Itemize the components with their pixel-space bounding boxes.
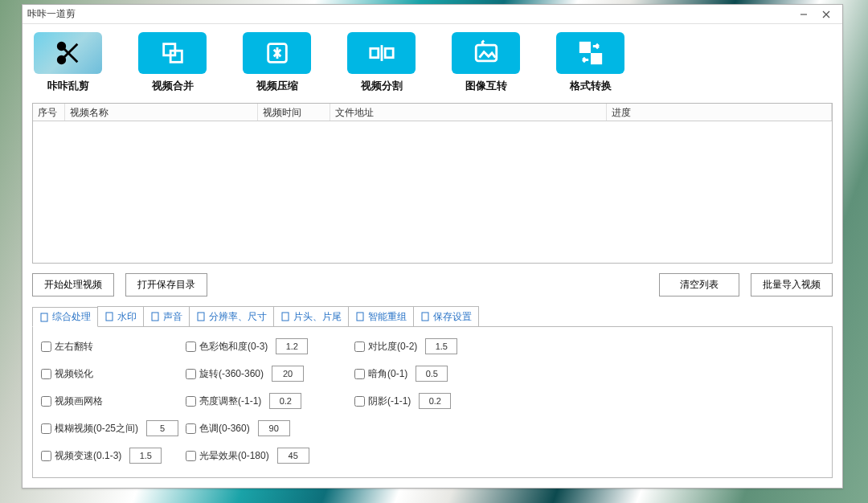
checkbox[interactable] — [186, 423, 196, 434]
doc-icon — [420, 312, 430, 321]
split-icon — [347, 32, 416, 74]
tool-random-cut[interactable]: 咔咔乱剪 — [34, 32, 102, 93]
svg-rect-22 — [282, 313, 289, 321]
svg-point-3 — [58, 43, 65, 50]
doc-icon — [196, 312, 206, 321]
tool-merge[interactable]: 视频合并 — [138, 32, 207, 93]
svg-rect-16 — [580, 43, 589, 51]
compress-icon — [243, 32, 311, 74]
value-input[interactable]: 90 — [258, 420, 290, 436]
tool-label: 图像互转 — [465, 79, 507, 93]
app-window: 咔咔一道剪 咔咔乱剪 视频合并 — [22, 4, 843, 489]
col-progress: 进度 — [607, 104, 832, 121]
opt-contrast[interactable]: 对比度(0-2) 1.5 — [354, 338, 499, 354]
doc-icon — [280, 312, 290, 321]
col-name: 视频名称 — [65, 104, 258, 121]
opt-sharpen[interactable]: 视频锐化 — [41, 366, 186, 382]
tab-save[interactable]: 保存设置 — [413, 306, 479, 326]
scissors-icon — [34, 32, 102, 74]
svg-rect-21 — [198, 313, 204, 321]
opt-hue[interactable]: 色调(0-360) 90 — [186, 420, 354, 436]
value-input[interactable]: 20 — [272, 366, 304, 382]
svg-rect-18 — [41, 313, 47, 321]
svg-point-4 — [58, 56, 65, 63]
format-convert-icon — [556, 32, 624, 74]
checkbox[interactable] — [41, 341, 51, 352]
table-header: 序号 视频名称 视频时间 文件地址 进度 — [33, 104, 832, 121]
tab-smart[interactable]: 智能重组 — [348, 306, 414, 326]
tab-general[interactable]: 综合处理 — [32, 307, 98, 327]
opt-blur[interactable]: 模糊视频(0-25之间) 5 — [41, 420, 186, 436]
checkbox[interactable] — [41, 451, 51, 461]
opt-shadow[interactable]: 阴影(-1-1) 0.2 — [354, 393, 499, 409]
image-convert-icon — [452, 32, 520, 74]
video-table: 序号 视频名称 视频时间 文件地址 进度 — [32, 103, 833, 264]
start-button[interactable]: 开始处理视频 — [32, 273, 114, 296]
value-input[interactable]: 1.5 — [425, 338, 457, 354]
value-input[interactable]: 0.2 — [269, 393, 301, 409]
merge-icon — [138, 32, 207, 74]
tool-image-convert[interactable]: 图像互转 — [452, 32, 520, 93]
checkbox[interactable] — [41, 396, 51, 407]
opt-flip-horizontal[interactable]: 左右翻转 — [41, 338, 186, 354]
value-input[interactable]: 5 — [146, 420, 178, 436]
tab-watermark[interactable]: 水印 — [97, 306, 144, 326]
opt-halo[interactable]: 光晕效果(0-180) 45 — [186, 448, 354, 464]
svg-rect-13 — [385, 48, 393, 57]
col-index: 序号 — [33, 104, 65, 121]
tool-split[interactable]: 视频分割 — [347, 32, 416, 93]
titlebar: 咔咔一道剪 — [23, 5, 842, 24]
checkbox[interactable] — [354, 341, 365, 352]
doc-icon — [355, 312, 365, 321]
doc-icon — [39, 313, 49, 322]
value-input[interactable]: 0.2 — [419, 393, 451, 409]
value-input[interactable]: 0.5 — [416, 366, 448, 382]
col-path: 文件地址 — [330, 104, 607, 121]
open-dir-button[interactable]: 打开保存目录 — [125, 273, 207, 296]
svg-rect-24 — [422, 313, 428, 321]
opt-brightness[interactable]: 亮度调整(-1-1) 0.2 — [186, 393, 354, 409]
col-duration: 视频时间 — [258, 104, 330, 121]
settings-tabs: 综合处理 水印 声音 分辨率、尺寸 片头、片尾 智能重组 保存设置 — [32, 306, 833, 326]
checkbox[interactable] — [186, 341, 196, 352]
value-input[interactable]: 1.5 — [129, 448, 162, 464]
checkbox[interactable] — [186, 396, 196, 407]
tool-label: 视频压缩 — [256, 79, 298, 93]
checkbox[interactable] — [41, 369, 51, 379]
checkbox[interactable] — [41, 423, 51, 434]
opt-vignette[interactable]: 暗角(0-1) 0.5 — [354, 366, 499, 382]
tool-label: 视频分割 — [361, 79, 403, 93]
tool-label: 格式转换 — [570, 79, 612, 93]
tool-label: 咔咔乱剪 — [47, 79, 89, 93]
window-title: 咔咔一道剪 — [27, 7, 76, 21]
opt-speed[interactable]: 视频变速(0.1-3) 1.5 — [41, 448, 186, 464]
svg-rect-23 — [357, 313, 363, 321]
tab-audio[interactable]: 声音 — [143, 306, 190, 326]
minimize-button[interactable] — [792, 6, 815, 22]
import-button[interactable]: 批量导入视频 — [751, 273, 833, 296]
table-body-empty — [33, 121, 832, 263]
tool-format-convert[interactable]: 格式转换 — [556, 32, 624, 93]
doc-icon — [150, 312, 160, 321]
opt-rotate[interactable]: 旋转(-360-360) 20 — [186, 366, 354, 382]
close-button[interactable] — [815, 6, 837, 22]
checkbox[interactable] — [354, 396, 365, 407]
opt-grid[interactable]: 视频画网格 — [41, 393, 186, 409]
top-toolbar: 咔咔乱剪 视频合并 视频压缩 — [23, 24, 842, 103]
tab-intro-outro[interactable]: 片头、片尾 — [273, 306, 349, 326]
clear-list-button[interactable]: 清空列表 — [659, 273, 739, 296]
svg-rect-17 — [592, 54, 600, 63]
svg-rect-20 — [152, 313, 158, 321]
value-input[interactable]: 1.2 — [276, 338, 308, 354]
tool-compress[interactable]: 视频压缩 — [243, 32, 311, 93]
opt-saturation[interactable]: 色彩饱和度(0-3) 1.2 — [186, 338, 354, 354]
value-input[interactable]: 45 — [277, 448, 309, 464]
svg-rect-12 — [370, 48, 378, 57]
checkbox[interactable] — [354, 369, 365, 379]
action-row: 开始处理视频 打开保存目录 清空列表 批量导入视频 — [23, 264, 842, 306]
checkbox[interactable] — [186, 451, 196, 461]
tool-label: 视频合并 — [152, 79, 194, 93]
tab-resolution[interactable]: 分辨率、尺寸 — [189, 306, 274, 326]
doc-icon — [104, 312, 114, 321]
checkbox[interactable] — [186, 369, 196, 379]
